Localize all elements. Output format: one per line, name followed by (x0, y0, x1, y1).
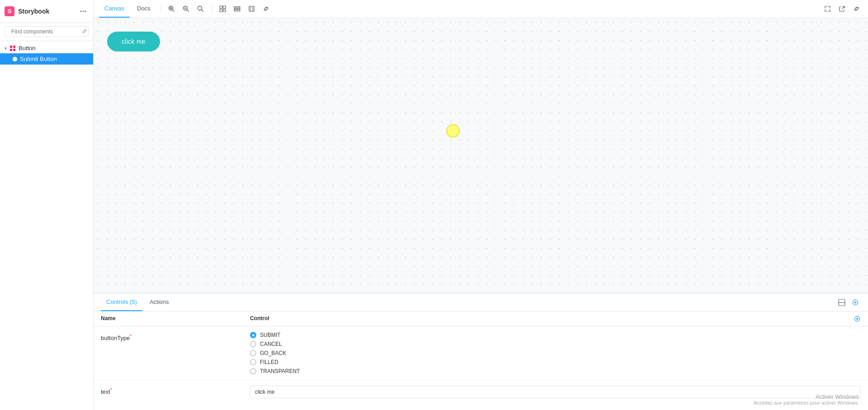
sidebar-menu-button[interactable] (78, 6, 89, 17)
radio-circle-cancel (250, 341, 256, 347)
radio-label-go-back: GO_BACK (260, 350, 286, 356)
svg-rect-24 (234, 10, 240, 11)
zoom-reset-button[interactable] (194, 3, 207, 15)
radio-label-filled: FILLED (260, 359, 278, 365)
tab-canvas[interactable]: Canvas (99, 0, 130, 18)
svg-rect-21 (223, 9, 226, 12)
nav-group-button: ▾ Button Submit Button (0, 43, 93, 65)
sidebar-title: Storybook (18, 8, 74, 15)
svg-point-0 (80, 10, 82, 12)
panel-settings-icon[interactable] (850, 297, 861, 308)
radio-option-cancel[interactable]: CANCEL (250, 341, 861, 347)
svg-rect-20 (220, 9, 222, 12)
radio-option-filled[interactable]: FILLED (250, 359, 861, 365)
nav-item-label: Submit Button (20, 56, 57, 62)
zoom-out-button[interactable] (180, 3, 193, 15)
toolbar-right (821, 3, 863, 15)
frame-button[interactable] (245, 3, 258, 15)
nav-group-label: Button (19, 45, 36, 51)
sidebar-header: S Storybook (0, 0, 93, 23)
radio-label-cancel: CANCEL (260, 341, 282, 347)
panel-tab-icons (836, 297, 861, 308)
svg-rect-19 (223, 6, 226, 9)
radio-circle-submit (250, 332, 256, 338)
external-link-button[interactable] (835, 3, 848, 15)
column-header-control: Control (250, 315, 269, 322)
svg-rect-7 (10, 49, 12, 51)
fullscreen-button[interactable] (821, 3, 834, 15)
svg-rect-6 (13, 46, 15, 48)
radio-label-transparent: TRANSPARENT (260, 368, 300, 374)
table-row-button-type: buttonType* SUBMIT CANCEL (94, 326, 868, 380)
svg-point-16 (198, 6, 202, 10)
content-area: Canvas Docs (94, 0, 868, 410)
grid-view-button[interactable] (217, 3, 229, 15)
chevron-down-icon: ▾ (5, 46, 7, 51)
svg-point-1 (83, 10, 84, 12)
svg-line-17 (202, 10, 203, 12)
link-tool-button[interactable] (260, 3, 273, 15)
panel-split-icon[interactable] (836, 297, 847, 308)
controls-table: Name Control buttonType* (94, 312, 868, 410)
svg-point-31 (854, 302, 856, 303)
toolbar: Canvas Docs (94, 0, 868, 18)
svg-line-10 (173, 10, 175, 12)
svg-line-14 (187, 10, 189, 12)
nav-item-dot (13, 57, 17, 61)
sidebar-search-area (0, 23, 93, 41)
toolbar-divider (160, 5, 161, 14)
svg-rect-22 (234, 7, 240, 8)
radio-circle-transparent (250, 368, 256, 374)
radio-group-button-type: SUBMIT CANCEL GO_BACK (250, 332, 861, 374)
preview-button[interactable]: click me (107, 32, 160, 51)
column-header-name: Name (101, 315, 250, 322)
search-box[interactable] (5, 26, 89, 37)
search-input[interactable] (11, 28, 79, 35)
svg-rect-23 (234, 9, 240, 10)
table-row-text: text* (94, 380, 868, 404)
panel-tabs: Controls (5) Actions (94, 294, 868, 312)
canvas-area: click me (94, 18, 868, 293)
search-edit-icon[interactable] (82, 28, 87, 35)
svg-rect-18 (220, 6, 222, 9)
radio-circle-filled (250, 359, 256, 365)
svg-rect-25 (249, 6, 254, 11)
svg-point-33 (856, 318, 858, 320)
sidebar: S Storybook (0, 0, 94, 410)
app: S Storybook (0, 0, 868, 410)
radio-circle-go-back (250, 350, 256, 356)
radio-option-submit[interactable]: SUBMIT (250, 332, 861, 338)
radio-option-go-back[interactable]: GO_BACK (250, 350, 861, 356)
toolbar-divider-2 (212, 5, 212, 14)
svg-point-2 (85, 10, 86, 12)
radio-label-submit: SUBMIT (260, 332, 280, 338)
control-text-input-area (250, 380, 861, 404)
tab-docs[interactable]: Docs (132, 0, 156, 18)
svg-rect-8 (13, 49, 15, 51)
text-control-input[interactable] (250, 386, 861, 398)
radio-option-transparent[interactable]: TRANSPARENT (250, 368, 861, 374)
control-name-button-type: buttonType* (101, 326, 250, 349)
nav-group-button-header[interactable]: ▾ Button (0, 43, 93, 53)
list-view-button[interactable] (231, 3, 244, 15)
storybook-logo: S (5, 6, 14, 16)
copy-link-button[interactable] (850, 3, 863, 15)
main-area: S Storybook (0, 0, 868, 410)
nav-item-submit-button[interactable]: Submit Button (0, 53, 93, 65)
control-name-text: text* (101, 380, 250, 402)
control-radio-group: SUBMIT CANCEL GO_BACK (250, 326, 861, 380)
table-header: Name Control (94, 312, 868, 326)
table-reset-icon[interactable] (854, 315, 861, 322)
zoom-in-button[interactable] (165, 3, 178, 15)
sidebar-nav: ▾ Button Submit Button (0, 41, 93, 410)
tab-actions[interactable]: Actions (144, 294, 175, 311)
cursor-indicator (446, 124, 460, 138)
svg-rect-5 (10, 46, 12, 48)
tab-controls[interactable]: Controls (5) (101, 294, 142, 311)
component-grid-icon (9, 45, 16, 51)
bottom-panel: Controls (5) Actions (94, 293, 868, 410)
